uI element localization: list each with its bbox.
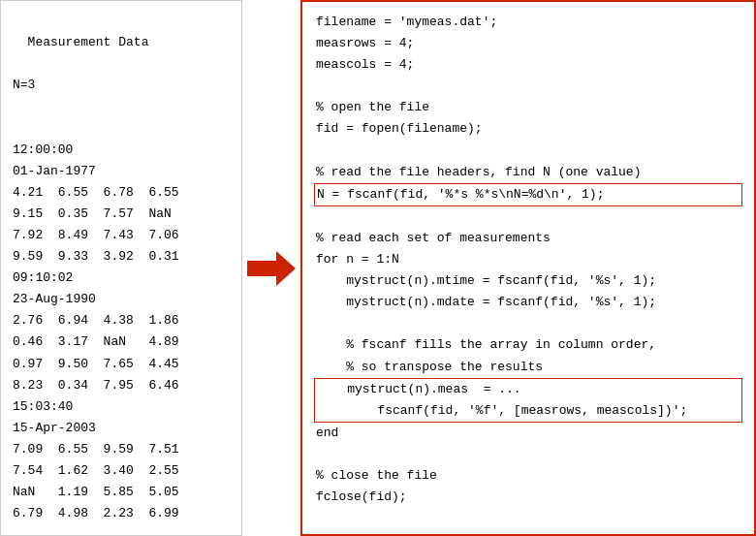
code-line-14: fscanf(fid, '%f', [measrows, meascols])'… xyxy=(317,400,740,422)
code-line-6: % read the file headers, find N (one val… xyxy=(316,162,740,183)
code-line-10: mystruct(n).mdate = fscanf(fid, '%s', 1)… xyxy=(316,292,740,313)
code-line-15: end xyxy=(316,423,740,444)
svg-marker-0 xyxy=(247,251,296,286)
code-line-12: % so transpose the results xyxy=(316,357,740,378)
blank-1 xyxy=(316,76,740,97)
code-line-17: fclose(fid); xyxy=(316,487,740,508)
code-line-4: % open the file xyxy=(316,97,740,118)
left-panel: Measurement Data N=3 12:00:00 01-Jan-197… xyxy=(0,0,242,536)
arrow-area xyxy=(242,0,300,536)
code-line-9: mystruct(n).mtime = fscanf(fid, '%s', 1)… xyxy=(316,270,740,292)
right-panel: filename = 'mymeas.dat'; measrows = 4; m… xyxy=(300,0,756,536)
code-line-11: % fscanf fills the array in column order… xyxy=(316,334,740,356)
blank-5 xyxy=(316,444,740,465)
code-line-16: % close the file xyxy=(316,465,740,487)
code-line-2: measrows = 4; xyxy=(316,33,740,54)
code-line-1: filename = 'mymeas.dat'; xyxy=(316,12,740,33)
code-line-13: mystruct(n).meas = ... xyxy=(317,379,740,400)
blank-2 xyxy=(316,141,740,162)
blank-3 xyxy=(316,206,740,228)
code-line-8: for n = 1:N xyxy=(316,249,740,270)
right-arrow-icon xyxy=(247,251,296,286)
code-line-3: meascols = 4; xyxy=(316,54,740,76)
code-line-5: fid = fopen(filename); xyxy=(316,118,740,140)
blank-4 xyxy=(316,313,740,334)
code-highlight-meas: mystruct(n).meas = ... fscanf(fid, '%f',… xyxy=(314,378,742,423)
code-highlight-n: N = fscanf(fid, '%*s %*s\nN=%d\n', 1); xyxy=(314,183,742,206)
code-line-7: % read each set of measurements xyxy=(316,228,740,249)
measurement-data-label: Measurement Data N=3 12:00:00 01-Jan-197… xyxy=(13,35,179,520)
